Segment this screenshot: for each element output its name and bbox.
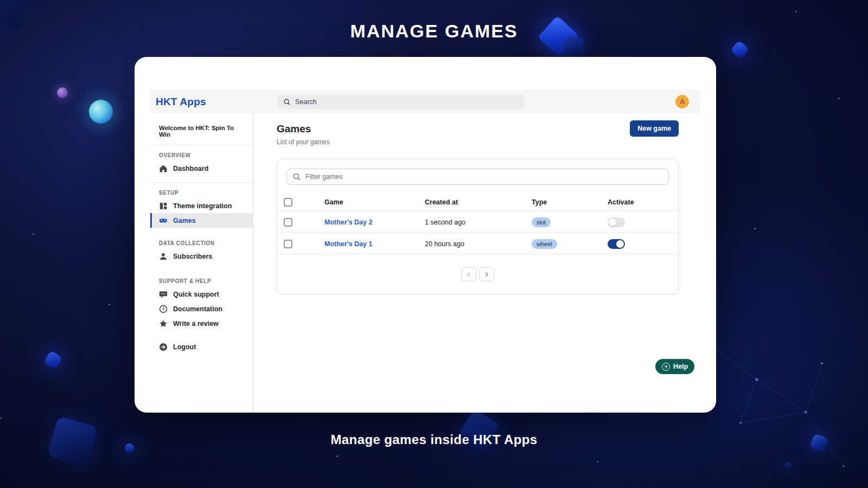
- help-label: Help: [673, 363, 688, 370]
- sidebar-item-quick-support[interactable]: Quick support: [150, 287, 253, 301]
- decor-sphere-purple: [57, 87, 68, 98]
- sidebar-item-label: Write a review: [173, 320, 219, 328]
- sidebar-item-label: Logout: [173, 343, 196, 351]
- section-label-setup: SETUP: [150, 183, 253, 198]
- decor-star: [754, 228, 756, 229]
- sidebar-item-dashboard[interactable]: Dashboard: [150, 161, 253, 176]
- welcome-text: Welcome to HKT: Spin To Win: [150, 113, 253, 145]
- decor-star: [795, 11, 797, 12]
- page-caption: Manage games inside HKT Apps: [0, 432, 868, 447]
- table-header-row: Game Created at Type Activate: [277, 194, 678, 211]
- page-title: MANAGE GAMES: [0, 21, 868, 42]
- game-link[interactable]: Mother's Day 1: [324, 240, 372, 248]
- question-icon: ?: [159, 305, 168, 313]
- help-button[interactable]: ? Help: [655, 359, 694, 374]
- activate-toggle[interactable]: [608, 239, 625, 249]
- activate-toggle[interactable]: [608, 217, 625, 227]
- chevron-left-icon: [465, 271, 473, 278]
- svg-text:?: ?: [162, 306, 164, 312]
- sidebar-item-label: Documentation: [173, 305, 222, 313]
- sidebar-item-write-review[interactable]: Write a review: [150, 316, 253, 331]
- sidebar-item-label: Quick support: [173, 291, 219, 298]
- row-checkbox[interactable]: [284, 218, 292, 227]
- pagination-next-button[interactable]: [479, 267, 494, 281]
- global-search[interactable]: [278, 94, 525, 109]
- sidebar-item-theme-integration[interactable]: Theme integration: [150, 198, 253, 213]
- select-all-checkbox[interactable]: [284, 198, 292, 207]
- app-window: HKT Apps A Welcome to HKT: Spin To Win O…: [135, 57, 716, 413]
- type-badge: slot: [532, 217, 551, 227]
- home-icon: [159, 164, 168, 173]
- page-subheading: List of your games: [277, 138, 700, 146]
- column-header-activate: Activate: [608, 198, 678, 206]
- type-badge: wheel: [532, 239, 557, 249]
- search-input[interactable]: [295, 98, 519, 106]
- filter-games-field[interactable]: [286, 169, 669, 185]
- sidebar-item-subscribers[interactable]: Subscribers: [150, 249, 253, 264]
- created-at-cell: 20 hours ago: [425, 240, 532, 248]
- sidebar-item-label: Games: [173, 217, 196, 224]
- sidebar: Welcome to HKT: Spin To Win OVERVIEW Das…: [150, 113, 253, 413]
- decor-star: [108, 304, 110, 305]
- sidebar-item-logout[interactable]: Logout: [150, 339, 253, 354]
- chevron-right-icon: [483, 271, 490, 278]
- sidebar-item-label: Subscribers: [173, 253, 212, 260]
- app-body: Welcome to HKT: Spin To Win OVERVIEW Das…: [150, 113, 700, 413]
- sidebar-item-label: Theme integration: [173, 202, 232, 210]
- section-label-overview: OVERVIEW: [150, 145, 253, 161]
- games-table-card: Game Created at Type Activate Mother's D…: [277, 159, 679, 294]
- search-icon: [292, 172, 301, 181]
- layout-icon: [159, 202, 168, 210]
- filter-games-input[interactable]: [305, 173, 663, 181]
- section-label-data-collection: DATA COLLECTION: [150, 233, 253, 249]
- avatar[interactable]: A: [675, 95, 689, 108]
- sidebar-item-label: Dashboard: [173, 165, 208, 172]
- pagination-prev-button[interactable]: [461, 267, 476, 281]
- decor-star: [838, 98, 840, 99]
- row-checkbox[interactable]: [284, 240, 292, 248]
- logout-icon: [159, 343, 168, 351]
- column-header-created-at: Created at: [425, 198, 532, 206]
- main-content: Games List of your games New game Game C…: [253, 113, 700, 413]
- chat-icon: [159, 290, 168, 299]
- decor-star: [33, 233, 34, 235]
- app-header: HKT Apps A: [150, 90, 700, 113]
- brand-logo: HKT Apps: [156, 96, 206, 108]
- column-header-type: Type: [532, 198, 608, 206]
- sidebar-item-documentation[interactable]: ? Documentation: [150, 301, 253, 316]
- star-icon: [159, 319, 168, 328]
- pagination: [277, 255, 678, 294]
- help-icon: ?: [662, 363, 670, 371]
- table-row: Mother's Day 1 20 hours ago wheel: [277, 233, 678, 255]
- table-row: Mother's Day 2 1 second ago slot: [277, 211, 678, 233]
- sidebar-item-games[interactable]: Games: [150, 213, 253, 228]
- decor-star: [597, 461, 598, 463]
- person-icon: [159, 252, 168, 261]
- new-game-button[interactable]: New game: [630, 120, 679, 137]
- gamepad-icon: [159, 216, 168, 225]
- game-link[interactable]: Mother's Day 2: [324, 219, 372, 226]
- column-header-game: Game: [324, 198, 425, 206]
- created-at-cell: 1 second ago: [425, 219, 532, 226]
- decor-sphere-teal: [89, 100, 113, 124]
- decor-star: [336, 455, 338, 457]
- decor-star: [0, 418, 2, 419]
- search-icon: [283, 98, 291, 106]
- section-label-support-help: SUPPORT & HELP: [150, 271, 253, 287]
